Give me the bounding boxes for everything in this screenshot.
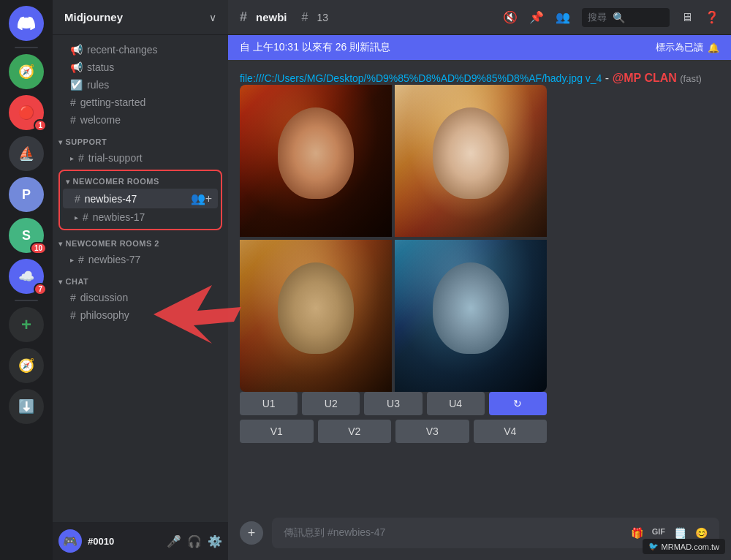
portrait-3 — [240, 240, 392, 392]
pin-icon[interactable]: 📌 — [529, 10, 544, 24]
watermark-text: MRMAD.com.tw — [662, 542, 719, 551]
footer-actions: 🎤 🎧 ⚙️ — [167, 534, 222, 548]
action-buttons: U1 U2 U3 U4 ↻ V1 V2 V3 V4 — [240, 392, 547, 443]
u2-button[interactable]: U2 — [302, 392, 360, 415]
server-2[interactable]: 🧭 — [9, 54, 44, 89]
category-newcomer-label: NEWCOMER ROOMS — [73, 177, 159, 186]
server-discord[interactable] — [9, 6, 44, 41]
channel-recent-changes[interactable]: 📢 recent-changes — [58, 41, 222, 58]
search-placeholder: 搜尋 — [588, 11, 607, 24]
settings-icon[interactable]: ⚙️ — [208, 534, 222, 548]
channel-welcome[interactable]: # welcome — [58, 111, 222, 129]
category-support[interactable]: ▾ SUPPORT — [53, 135, 228, 149]
channel-rules[interactable]: ☑️ rules — [58, 76, 222, 94]
hash-icon-philosophy: # — [70, 309, 76, 321]
refresh-button[interactable]: ↻ — [489, 392, 547, 415]
u1-button[interactable]: U1 — [240, 392, 298, 415]
u4-button[interactable]: U4 — [427, 392, 485, 415]
channel-discussion[interactable]: # discussion — [58, 289, 222, 306]
hash-icon-2: # — [70, 114, 76, 126]
image-top-right[interactable] — [395, 85, 547, 237]
download-app[interactable]: ⬇️ — [9, 389, 44, 424]
channel-status[interactable]: 📢 status — [58, 58, 222, 76]
server-cloud[interactable]: ☁️ 7 — [9, 259, 44, 294]
file-path-text: file:///C:/Users/MG/Desktop/%D9%85%D8%AD… — [240, 72, 602, 84]
image-top-left[interactable] — [240, 85, 392, 237]
server-divider-2 — [15, 300, 38, 301]
v3-button[interactable]: V3 — [395, 420, 469, 443]
message-author-name: @MP CLAN — [613, 72, 677, 84]
members-icon[interactable]: 👥 — [556, 10, 570, 24]
collapse-newcomer-arrow: ▾ — [66, 178, 70, 186]
discord-server-icon[interactable] — [9, 6, 44, 41]
hash-icon-newbies47: # — [75, 193, 80, 205]
image-bottom-right[interactable] — [395, 240, 547, 392]
messages-area: file:///C:/Users/MG/Desktop/%D9%85%D8%AD… — [228, 60, 731, 518]
server-3-badge: 1 — [34, 119, 47, 132]
server-2-icon[interactable]: 🧭 — [9, 54, 44, 89]
server-header[interactable]: Midjourney ∨ — [53, 0, 228, 35]
watermark-logo: 🐦 — [648, 542, 659, 551]
channel-philosophy[interactable]: # philosophy — [58, 306, 222, 324]
channel-newbies-47[interactable]: # newbies-47 👥+ — [63, 189, 218, 208]
category-chat[interactable]: ▾ CHAT — [53, 274, 228, 289]
channel-sidebar: Midjourney ∨ 📢 recent-changes 📢 status ☑… — [53, 0, 228, 560]
add-member-icon[interactable]: 👥+ — [191, 192, 212, 205]
attach-button[interactable]: + — [240, 521, 263, 545]
message-content: file:///C:/Users/MG/Desktop/%D9%85%D8%AD… — [240, 72, 719, 443]
channel-getting-started[interactable]: # getting-started — [58, 94, 222, 111]
search-bar[interactable]: 搜尋 🔍 — [582, 8, 670, 27]
portrait-4 — [395, 240, 547, 392]
channel-trial-support[interactable]: ▸ # trial-support — [58, 149, 222, 167]
server-cloud-badge: 7 — [34, 283, 47, 295]
channel-hash-icon: # — [240, 10, 247, 25]
headset-icon[interactable]: 🎧 — [187, 534, 202, 548]
add-server-icon[interactable]: + — [9, 307, 44, 342]
emoji-icon[interactable]: 😊 — [695, 527, 708, 539]
help-icon[interactable]: ❓ — [705, 10, 719, 24]
category-newcomer-rooms[interactable]: ▾ NEWCOMER ROOMS — [60, 174, 221, 189]
gif-icon[interactable]: GIF — [652, 527, 665, 539]
announcement-icon-2: 📢 — [70, 61, 83, 73]
count-hash-icon: # — [302, 11, 308, 24]
inbox-icon[interactable]: 🖥 — [681, 11, 693, 24]
image-bottom-left[interactable] — [240, 240, 392, 392]
username-display: #0010 — [88, 536, 161, 547]
category-newcomer2-label: NEWCOMER ROOMS 2 — [66, 239, 159, 248]
u3-button[interactable]: U3 — [364, 392, 422, 415]
add-server[interactable]: + — [9, 307, 44, 342]
member-count: 13 — [317, 12, 328, 23]
expand-arrow: ▸ — [70, 154, 74, 162]
mark-read-button[interactable]: 標示為已讀 🔔 — [656, 41, 719, 54]
v1-button[interactable]: V1 — [240, 420, 314, 443]
expand-arrow-2: ▸ — [75, 213, 78, 222]
download-icon[interactable]: ⬇️ — [9, 389, 44, 424]
channel-header-name: newbi — [256, 11, 287, 23]
server-p[interactable]: P — [9, 177, 44, 212]
watermark: 🐦 MRMAD.com.tw — [643, 539, 725, 554]
u-buttons-row: U1 U2 U3 U4 ↻ — [240, 392, 547, 415]
search-icon[interactable]: 🔍 — [613, 12, 625, 23]
collapse-chat-arrow: ▾ — [58, 278, 63, 286]
message-speed: (fast) — [680, 73, 702, 84]
channel-list: 📢 recent-changes 📢 status ☑️ rules # get… — [53, 35, 228, 522]
category-newcomer-rooms-2[interactable]: ▾ NEWCOMER ROOMS 2 — [53, 236, 228, 251]
v4-button[interactable]: V4 — [474, 420, 548, 443]
message-filepath: file:///C:/Users/MG/Desktop/%D9%85%D8%AD… — [240, 72, 719, 85]
v2-button[interactable]: V2 — [318, 420, 392, 443]
server-sail[interactable]: ⛵ — [9, 136, 44, 171]
server-s[interactable]: S 10 — [9, 218, 44, 253]
server-p-icon[interactable]: P — [9, 177, 44, 212]
server-3[interactable]: 🔴 1 — [9, 95, 44, 130]
server-sail-icon[interactable]: ⛵ — [9, 136, 44, 171]
channel-newbies-77[interactable]: ▸ # newbies-77 — [58, 251, 222, 268]
discover-server[interactable]: 🧭 — [9, 348, 44, 383]
mute-channel-icon[interactable]: 🔇 — [503, 10, 518, 24]
discover-icon[interactable]: 🧭 — [9, 348, 44, 383]
sticker-icon[interactable]: 🗒️ — [674, 527, 686, 539]
collapse-newcomer2-arrow: ▾ — [58, 240, 63, 248]
mute-icon[interactable]: 🎤 — [167, 534, 181, 548]
channel-newbies-17[interactable]: ▸ # newbies-17 — [63, 208, 218, 226]
server-divider — [15, 47, 38, 48]
gift-icon[interactable]: 🎁 — [631, 527, 643, 539]
